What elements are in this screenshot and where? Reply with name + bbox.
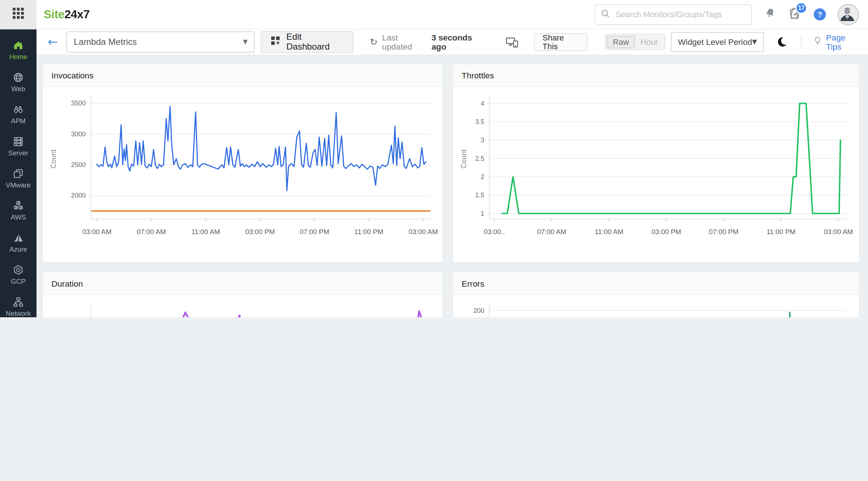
- dashboard-select[interactable]: Lambda Metrics ▼: [67, 31, 255, 53]
- throttles-chart[interactable]: 11.522.533.5403:00..07:00 AM11:00 AM03:0…: [453, 87, 859, 262]
- panel-header: Errors: [453, 272, 859, 295]
- dashboard-select-value: Lambda Metrics: [74, 37, 137, 47]
- invocations-chart[interactable]: 200025003000350003:00 AM07:00 AM11:00 AM…: [43, 87, 443, 262]
- sidebar-item-label: Web: [11, 85, 25, 93]
- panel-title: Duration: [51, 279, 83, 288]
- navbar-right-group: 17 ?: [595, 4, 859, 25]
- toggle-hour[interactable]: Hour: [635, 36, 664, 47]
- user-avatar[interactable]: [838, 4, 859, 25]
- site24x7-logo[interactable]: Site24x7: [44, 8, 90, 21]
- panel-title: Errors: [462, 279, 484, 288]
- errors-panel: Errors 05010015020003:00 ..07:00 AM11:00…: [452, 272, 860, 317]
- svg-text:03:00 AM: 03:00 AM: [408, 228, 438, 236]
- svg-text:2.5: 2.5: [475, 155, 484, 162]
- period-select-value: Widget Level Period: [678, 37, 752, 47]
- app-window: Site24x7: [0, 0, 868, 317]
- page-tips-button[interactable]: Page Tips: [813, 32, 860, 51]
- last-updated-value: 3 seconds ago: [431, 32, 485, 51]
- sidebar-item-web[interactable]: Web: [0, 66, 37, 98]
- svg-text:1: 1: [481, 210, 484, 217]
- apps-grid-button[interactable]: [0, 0, 37, 29]
- svg-text:4: 4: [481, 100, 484, 107]
- panel-header: Invocations: [43, 64, 443, 87]
- svg-text:03:00 PM: 03:00 PM: [652, 228, 681, 236]
- back-arrow-button[interactable]: ←: [47, 36, 58, 48]
- lightbulb-icon: [813, 35, 823, 48]
- help-button[interactable]: ?: [814, 8, 826, 20]
- sidebar-item-label: Azure: [9, 245, 27, 253]
- apps-grid-icon: [12, 7, 24, 22]
- chevron-down-icon: ▼: [243, 38, 247, 46]
- sidebar-item-home[interactable]: Home: [0, 34, 37, 66]
- svg-text:11:00 PM: 11:00 PM: [354, 228, 384, 236]
- svg-text:11:00 PM: 11:00 PM: [767, 228, 796, 236]
- chevron-down-icon: ▼: [752, 38, 757, 46]
- search-icon: [600, 9, 610, 20]
- svg-text:07:00 AM: 07:00 AM: [137, 228, 166, 236]
- svg-text:3: 3: [481, 136, 484, 144]
- sidebar-item-label: AWS: [11, 213, 26, 221]
- share-this-label: Share This: [542, 33, 579, 51]
- throttles-panel: Throttles 11.522.533.5403:00..07:00 AM11…: [452, 63, 860, 263]
- last-updated-prefix: Last updated: [382, 32, 427, 51]
- widget-level-period-select[interactable]: Widget Level Period ▼: [671, 32, 764, 52]
- dark-mode-moon-icon[interactable]: [776, 36, 788, 48]
- notification-badge: 17: [795, 2, 807, 13]
- sidebar-item-azure[interactable]: Azure: [0, 227, 37, 259]
- svg-text:03:00..: 03:00..: [484, 228, 505, 236]
- duration-panel: Duration 5001000150003:00 AM07:00 AM11:0…: [42, 272, 443, 317]
- sidebar-item-label: Server: [8, 149, 28, 157]
- home-icon: [12, 39, 24, 51]
- tasks-button[interactable]: 17: [788, 6, 802, 22]
- devices-icon[interactable]: [506, 36, 519, 48]
- sidebar-item-label: Home: [9, 53, 27, 61]
- toolbar-divider: [801, 35, 802, 49]
- sidebar-item-aws[interactable]: AWS: [0, 195, 37, 227]
- sidebar-item-label: Network: [6, 310, 31, 317]
- panel-header: Duration: [43, 272, 443, 295]
- svg-text:3.5: 3.5: [475, 118, 484, 125]
- gcp-icon: [12, 264, 24, 276]
- aws-icon: [12, 199, 24, 212]
- share-this-button[interactable]: Share This: [534, 33, 588, 51]
- svg-text:200: 200: [473, 307, 484, 314]
- sidebar-item-gcp[interactable]: GCP: [0, 259, 37, 291]
- last-updated-group: ↻ Last updated 3 seconds ago: [370, 32, 485, 51]
- panel-title: Invocations: [51, 70, 93, 80]
- sidebar-item-network[interactable]: Network: [0, 291, 37, 317]
- panel-title: Throttles: [462, 70, 494, 80]
- svg-text:2500: 2500: [71, 161, 86, 168]
- svg-text:3000: 3000: [71, 131, 86, 138]
- svg-text:03:00 AM: 03:00 AM: [82, 228, 111, 236]
- duration-chart[interactable]: 5001000150003:00 AM07:00 AM11:00 AM03:00…: [43, 295, 443, 317]
- svg-text:2000: 2000: [71, 192, 86, 199]
- invocations-panel: Invocations 200025003000350003:00 AM07:0…: [42, 63, 443, 263]
- raw-hour-toggle: Raw Hour: [605, 34, 665, 50]
- svg-text:1.5: 1.5: [475, 191, 484, 199]
- errors-chart[interactable]: 05010015020003:00 ..07:00 AM11:00 AM03:0…: [453, 295, 859, 317]
- toggle-raw[interactable]: Raw: [607, 36, 635, 48]
- sidebar-item-vmware[interactable]: VMware: [0, 163, 37, 195]
- logo-text-green: Site: [44, 8, 65, 20]
- sidebar-item-label: APM: [11, 117, 26, 125]
- sidebar-item-server[interactable]: Server: [0, 131, 37, 163]
- edit-dashboard-icon: [271, 36, 280, 48]
- top-navbar: Site24x7: [0, 0, 868, 29]
- azure-icon: [12, 232, 24, 244]
- page-tips-label: Page Tips: [826, 32, 860, 51]
- refresh-icon[interactable]: ↻: [370, 36, 378, 47]
- globe-icon: [12, 71, 24, 84]
- svg-text:07:00 AM: 07:00 AM: [537, 228, 566, 236]
- edit-dashboard-button[interactable]: Edit Dashboard: [261, 31, 353, 53]
- alerts-bell-button[interactable]: [763, 7, 776, 22]
- svg-text:03:00 AM: 03:00 AM: [824, 228, 853, 236]
- binoculars-icon: [12, 104, 24, 116]
- search-input[interactable]: [614, 9, 745, 19]
- dashboard-toolbar: ← Lambda Metrics ▼ Edit Dashboard ↻ Last…: [37, 29, 868, 55]
- sidebar-item-apm[interactable]: APM: [0, 98, 37, 131]
- svg-text:03:00 PM: 03:00 PM: [245, 228, 275, 236]
- svg-text:07:00 PM: 07:00 PM: [300, 228, 329, 236]
- svg-text:07:00 PM: 07:00 PM: [709, 228, 738, 236]
- sidebar-nav: Home Web APM Server VMware: [0, 29, 37, 317]
- network-icon: [12, 296, 24, 308]
